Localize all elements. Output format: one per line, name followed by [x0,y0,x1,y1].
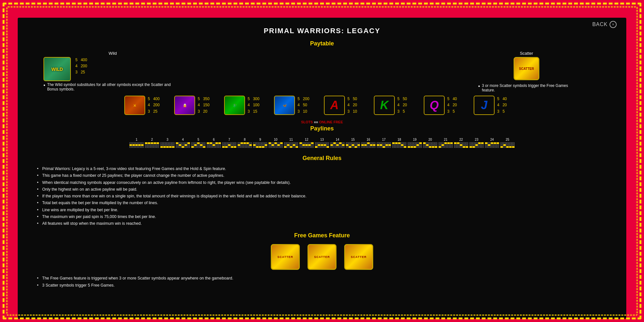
rule-item: This game has a fixed number of 25 payli… [37,172,607,179]
free-games-rules-list: The Free Games feature is triggered when… [31,275,613,289]
general-rules-heading: General Rules [31,155,613,162]
general-rules-section: General Rules Primal Warriors: Legacy is… [31,155,613,227]
paylines-heading: Paylines [31,125,613,132]
dragon-payouts: 5300 4100 315 [248,96,270,115]
payline-22: 22 [454,138,468,148]
symbol-grid: ⚔ 5400 4200 325 🧝 5350 4150 320 [31,96,613,115]
payline-5: 5 [191,138,205,148]
payline-11: 11 [284,138,298,148]
rule-item: Only the highest win on an active paylin… [37,186,607,193]
rule-item: All features will stop when the maximum … [37,220,607,227]
rule-item: When identical matching symbols appear c… [37,179,607,186]
scatter-label: Scatter [520,51,533,56]
free-games-section: Free Games Feature SCATTER SCATTER SCATT… [31,232,613,289]
scatter-note: 3 or more Scatter symbols trigger the Fr… [478,83,575,92]
q-payouts: 540 420 35 [447,96,470,115]
payline-16: 16 [361,138,375,148]
payline-21: 21 [439,138,453,148]
payline-25: 25 [500,138,515,148]
rule-item: If the player has more than one win on a… [37,193,607,200]
payline-1: 1 [129,138,144,148]
wild-note: The Wild symbol substitutes for all othe… [43,82,182,91]
game-title: PRIMAL WARRIORS: LEGACY [31,27,613,35]
payline-17: 17 [377,138,391,148]
symbol-entry-butterfly: 🦋 5200 450 310 [274,96,320,115]
free-games-rule-item: 3 Scatter symbols trigger 5 Free Games. [37,282,607,289]
k-payouts: 550 420 35 [397,96,420,115]
rules-list: Primal Warriors: Legacy is a 5-reel, 3-r… [31,166,613,227]
scatter-symbol-1: SCATTER [271,244,300,270]
butterfly-payouts: 5200 450 310 [298,96,320,115]
payline-18: 18 [392,138,406,148]
warrior1-payouts: 5400 4200 325 [148,96,170,115]
scatter-symbol: SCATTER [514,57,539,80]
payline-19: 19 [408,138,422,148]
warrior1-icon: ⚔ [124,96,145,115]
paylines-section: Paylines 1234567891011121314151617181920… [31,125,613,150]
symbol-entry-q: Q 540 420 35 [424,96,470,115]
rule-item: Total bet equals the bet per line multip… [37,200,607,206]
payline-12: 12 [299,138,314,148]
j-payouts: 540 420 35 [497,96,520,115]
payline-4: 4 [176,138,190,148]
close-icon[interactable]: × [610,21,617,28]
a-icon: A [324,96,345,115]
back-label: BACK [592,22,608,27]
payline-2: 2 [145,138,159,148]
payline-15: 15 [346,138,360,148]
payline-14: 14 [330,138,345,148]
paylines-row: 1234567891011121314151617181920212223242… [31,136,613,150]
symbol-entry-warrior1: ⚔ 5400 4200 325 [124,96,170,115]
payline-7: 7 [222,138,236,148]
wild-symbol: WILD [43,57,71,81]
free-games-rule-item: The Free Games feature is triggered when… [37,275,607,282]
rule-item: Line wins are multiplied by the bet per … [37,207,607,213]
payline-10: 10 [269,138,283,148]
payline-6: 6 [207,138,221,148]
scroll-content[interactable]: PRIMAL WARRIORS: LEGACY Paytable Wild WI… [18,18,626,319]
butterfly-icon: 🦋 [274,96,295,115]
symbol-entry-warrior2: 🧝 5350 4150 320 [174,96,220,115]
payline-9: 9 [253,138,267,148]
warrior2-icon: 🧝 [174,96,195,115]
q-icon: Q [424,96,445,115]
watermark: SLOTS ■■ ONLINE FREE [31,120,613,124]
payline-23: 23 [469,138,484,148]
scatter-symbol-2: SCATTER [308,244,336,270]
k-icon: K [374,96,395,115]
wild-scatter-row: Wild WILD 5400 4200 325 The Wild symbol … [31,51,613,92]
a-payouts: 550 420 310 [347,96,370,115]
wild-payouts: 5400 4200 325 [75,57,98,76]
dragon-icon: 🐉 [224,96,245,115]
scatter-symbol-3: SCATTER [344,244,373,270]
wild-label: Wild [43,51,182,56]
scatter-row: SCATTER SCATTER SCATTER [31,244,613,270]
paytable-heading: Paytable [31,40,613,47]
j-icon: J [474,96,495,115]
warrior2-payouts: 5350 4150 320 [198,96,220,115]
payline-8: 8 [238,138,252,148]
paytable-section: Paytable Wild WILD 5400 4200 325 [31,40,613,115]
symbol-entry-k: K 550 420 35 [374,96,420,115]
back-button[interactable]: BACK × [592,21,617,28]
rule-item: Primal Warriors: Legacy is a 5-reel, 3-r… [37,166,607,172]
payline-3: 3 [160,138,175,148]
symbol-entry-dragon: 🐉 5300 4100 315 [224,96,270,115]
main-panel: BACK × PRIMAL WARRIORS: LEGACY Paytable … [18,18,626,319]
payline-20: 20 [423,138,437,148]
symbol-entry-j: J 540 420 35 [474,96,520,115]
symbol-entry-a: A 550 420 310 [324,96,370,115]
payline-13: 13 [315,138,329,148]
rule-item: The maximum win per paid spin is 75,000 … [37,213,607,220]
free-games-heading: Free Games Feature [31,232,613,239]
payline-24: 24 [485,138,499,148]
